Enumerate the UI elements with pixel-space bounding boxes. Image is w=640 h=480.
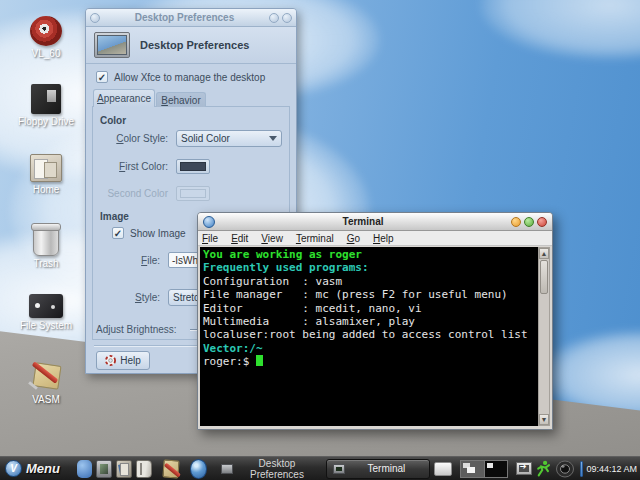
editor-launcher-icon[interactable] bbox=[136, 460, 152, 478]
desktop-icon-file-system[interactable]: File System bbox=[16, 294, 76, 331]
show-image-checkbox-row[interactable]: ✓ Show Image bbox=[112, 227, 186, 239]
image-section-title: Image bbox=[100, 211, 129, 222]
color-style-label: Color Style: bbox=[94, 133, 168, 144]
desktop-icon-label: File System bbox=[16, 320, 76, 331]
second-color-swatch bbox=[180, 189, 206, 198]
desktop-icon-vl-cd[interactable]: VL_60 bbox=[16, 16, 76, 59]
window-title: Desktop Preferences bbox=[100, 12, 269, 23]
terminal-cursor bbox=[256, 355, 263, 366]
desktop-monitor-icon bbox=[94, 32, 130, 58]
terminal-scrollbar[interactable]: ▲ ▼ bbox=[538, 247, 550, 426]
tab-behavior[interactable]: Behavior bbox=[156, 92, 206, 107]
terminal-prompt-line: roger:$ bbox=[203, 355, 535, 368]
close-button[interactable] bbox=[537, 217, 547, 227]
allow-xfce-checkbox-row[interactable]: ✓ Allow Xfce to manage the desktop bbox=[96, 71, 265, 83]
allow-xfce-label: Allow Xfce to manage the desktop bbox=[114, 72, 265, 83]
color-section-title: Color bbox=[100, 115, 126, 126]
cloud bbox=[480, 0, 640, 60]
file-label: File: bbox=[94, 255, 160, 266]
vasm-tools-icon bbox=[30, 362, 62, 392]
system-tray bbox=[516, 460, 575, 478]
terminal-screen[interactable]: You are working as roger Frequently used… bbox=[200, 247, 538, 426]
checkbox-checked-icon[interactable]: ✓ bbox=[96, 71, 108, 83]
desktop-icon-vasm[interactable]: VASM bbox=[16, 362, 76, 405]
graphics-launcher-icon[interactable] bbox=[116, 460, 132, 478]
show-image-label: Show Image bbox=[130, 228, 186, 239]
color-style-value: Solid Color bbox=[181, 133, 230, 144]
workspace-1[interactable] bbox=[461, 461, 484, 477]
vector-logo-icon: V bbox=[5, 460, 22, 477]
menu-view[interactable]: View bbox=[261, 233, 283, 244]
brightness-label: Adjust Brightness: bbox=[94, 324, 186, 335]
scrollbar-thumb[interactable] bbox=[540, 260, 548, 294]
color-style-dropdown[interactable]: Solid Color bbox=[176, 130, 282, 147]
desktop-icon-label: Trash bbox=[16, 258, 76, 269]
desktop-icon-trash[interactable]: Trash bbox=[16, 226, 76, 269]
terminal-titlebar[interactable]: Terminal bbox=[198, 213, 552, 231]
vasm-launcher-icon[interactable] bbox=[162, 459, 179, 478]
preferences-header: Desktop Preferences bbox=[86, 27, 296, 64]
help-button[interactable]: Help bbox=[96, 351, 150, 370]
floppy-icon bbox=[31, 84, 61, 114]
desktop-icon-label: Floppy Drive bbox=[16, 116, 76, 127]
second-color-label: Second Color bbox=[94, 188, 168, 199]
terminal-line: Vector:/~ bbox=[203, 342, 535, 355]
display-settings-tray-icon[interactable] bbox=[516, 462, 532, 475]
window-title: Terminal bbox=[215, 216, 511, 227]
first-color-label: First Color: bbox=[94, 161, 168, 172]
terminal-line: localuser:root being added to access con… bbox=[203, 328, 535, 341]
removable-drive-icon[interactable] bbox=[434, 462, 452, 476]
running-man-icon[interactable] bbox=[535, 460, 552, 477]
first-color-button[interactable] bbox=[176, 159, 210, 174]
scroll-down-arrow[interactable]: ▼ bbox=[539, 414, 549, 425]
task-desktop-preferences[interactable]: Desktop Preferences bbox=[215, 459, 323, 479]
preferences-heading: Desktop Preferences bbox=[140, 39, 249, 51]
terminal-line: Multimedia : alsamixer, play bbox=[203, 315, 535, 328]
close-button[interactable] bbox=[282, 13, 292, 23]
workspace-2[interactable] bbox=[484, 461, 507, 477]
menu-edit[interactable]: Edit bbox=[231, 233, 248, 244]
terminal-launcher-icon[interactable] bbox=[96, 460, 112, 478]
chevron-down-icon bbox=[269, 136, 277, 141]
scroll-up-arrow[interactable]: ▲ bbox=[539, 248, 549, 259]
terminal-line: Frequently used programs: bbox=[203, 261, 535, 274]
preferences-titlebar[interactable]: Desktop Preferences bbox=[86, 9, 296, 27]
window-menu-button[interactable] bbox=[90, 13, 100, 23]
menu-file[interactable]: File bbox=[202, 233, 218, 244]
minimize-button[interactable] bbox=[511, 217, 521, 227]
desktop-icon-home[interactable]: Home bbox=[16, 154, 76, 195]
panel-handle[interactable] bbox=[580, 461, 584, 477]
help-label: Help bbox=[120, 355, 141, 366]
home-folder-icon bbox=[30, 154, 62, 182]
menu-button[interactable]: V Menu bbox=[3, 459, 66, 478]
terminal-line: File manager : mc (press F2 for useful m… bbox=[203, 288, 535, 301]
files-launcher-icon[interactable] bbox=[77, 460, 93, 478]
menu-help[interactable]: Help bbox=[373, 233, 394, 244]
harddrive-icon bbox=[29, 294, 63, 318]
menu-go[interactable]: Go bbox=[347, 233, 360, 244]
first-color-swatch bbox=[180, 162, 206, 171]
terminal-window-icon[interactable] bbox=[203, 216, 215, 228]
terminal-window: Terminal File Edit View Terminal Go Help… bbox=[197, 212, 553, 430]
desktop-icon-floppy-drive[interactable]: Floppy Drive bbox=[16, 84, 76, 127]
trash-icon bbox=[33, 226, 59, 256]
terminal-line: Configuration : vasm bbox=[203, 275, 535, 288]
terminal-menubar: File Edit View Terminal Go Help bbox=[198, 231, 552, 246]
second-color-button bbox=[176, 186, 210, 201]
taskbar-panel: V Menu Desktop Preferences Terminal bbox=[0, 456, 640, 480]
maximize-button[interactable] bbox=[524, 217, 534, 227]
window-mini-icon bbox=[221, 464, 233, 474]
tab-appearance[interactable]: Appearance bbox=[93, 89, 155, 107]
cdrom-icon bbox=[30, 16, 62, 46]
task-terminal[interactable]: Terminal bbox=[326, 459, 430, 479]
terminal-line: You are working as roger bbox=[203, 248, 535, 261]
desktop-icon-label: VASM bbox=[16, 394, 76, 405]
browser-launcher-icon[interactable] bbox=[190, 459, 208, 479]
speaker-icon[interactable] bbox=[555, 460, 575, 478]
menu-label: Menu bbox=[26, 461, 60, 476]
menu-terminal[interactable]: Terminal bbox=[296, 233, 334, 244]
clock: 09:44:12 AM bbox=[586, 464, 637, 474]
checkbox-checked-icon[interactable]: ✓ bbox=[112, 227, 124, 239]
maximize-button[interactable] bbox=[269, 13, 279, 23]
workspace-switcher[interactable] bbox=[460, 460, 508, 478]
